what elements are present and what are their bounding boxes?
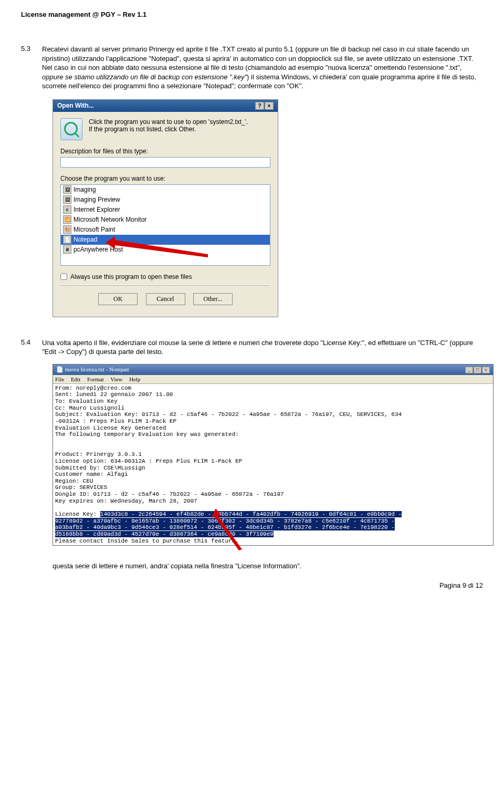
list-item-notepad[interactable]: 📄Notepad (61, 235, 270, 245)
sec53-text-a: Recatevi davanti al server primario Prin… (42, 45, 473, 71)
notepad-menu[interactable]: File Edit Format View Help (53, 375, 493, 384)
menu-file[interactable]: File (55, 376, 64, 382)
app-icon: 🖼 (63, 185, 71, 194)
app-icon: 🖥 (63, 245, 71, 254)
menu-format[interactable]: Format (87, 376, 104, 382)
sec53-text-italic: oppure se stiamo utilizzando un file di … (42, 73, 247, 81)
list-item-pcanywhere[interactable]: 🖥pcAnywhere Host (61, 245, 270, 255)
app-icon: 🖼 (63, 195, 71, 204)
choose-label: Choose the program you want to use: (60, 175, 270, 182)
open-with-dialog: Open With... ?× Click the program you wa… (52, 99, 278, 317)
notepad-app-icon: 📄 (56, 366, 65, 372)
page-number: Pagina 9 di 12 (21, 581, 483, 589)
section-body: Recatevi davanti al server primario Prin… (42, 45, 483, 91)
dialog-title: Open With... (57, 102, 94, 109)
menu-help[interactable]: Help (129, 376, 140, 382)
magnifier-icon (60, 118, 82, 140)
menu-edit[interactable]: Edit (71, 376, 80, 382)
close-icon[interactable]: × (265, 102, 274, 110)
list-item-imaging-preview[interactable]: 🖼Imaging Preview (61, 195, 270, 205)
help-icon[interactable]: ? (255, 102, 264, 110)
dialog-prompt: Click the program you want to use to ope… (89, 118, 248, 133)
dialog-titlebar: Open With... ?× (53, 100, 278, 112)
dialog-prompt-line1: Click the program you want to use to ope… (89, 118, 248, 126)
always-use-label: Always use this program to open these fi… (70, 273, 192, 280)
list-label: Microsoft Network Monitor (74, 216, 146, 223)
maximize-icon[interactable]: □ (474, 367, 481, 373)
section-number: 5.4 (21, 338, 42, 357)
menu-view[interactable]: View (110, 376, 122, 382)
program-listbox[interactable]: 🖼Imaging 🖼Imaging Preview eInternet Expl… (60, 184, 270, 266)
app-icon: 📄 (63, 235, 71, 244)
minimize-icon[interactable]: _ (465, 367, 473, 373)
ok-button[interactable]: OK (98, 293, 138, 305)
description-input[interactable] (60, 157, 270, 168)
list-label: Imaging (74, 186, 96, 193)
app-icon: 📶 (63, 215, 71, 224)
section-number: 5.3 (21, 45, 42, 91)
other-button[interactable]: Other... (193, 293, 233, 305)
page-header: License management @ PGY – Rev 1.1 (21, 11, 483, 18)
section-5-4: 5.4 Una volta aperto il file, evidenziar… (21, 338, 483, 357)
notepad-title: nuova licenza.txt - Notepad (65, 366, 129, 372)
app-icon: 🎨 (63, 225, 71, 234)
footer-text: questa serie di lettere e numeri, andra'… (52, 561, 462, 571)
dialog-prompt-line2: If the program is not listed, click Othe… (89, 126, 248, 133)
list-item-netmon[interactable]: 📶Microsoft Network Monitor (61, 215, 270, 225)
list-label: pcAnywhere Host (74, 246, 123, 253)
button-row: OK Cancel Other... (60, 290, 270, 310)
separator (60, 285, 270, 286)
list-label: Imaging Preview (74, 196, 120, 203)
always-use-checkbox[interactable] (60, 273, 67, 280)
close-icon[interactable]: × (482, 367, 490, 373)
list-label: Microsoft Paint (74, 226, 115, 233)
list-label: Notepad (74, 236, 97, 243)
list-item-paint[interactable]: 🎨Microsoft Paint (61, 225, 270, 235)
list-item-imaging[interactable]: 🖼Imaging (61, 185, 270, 195)
window-controls: _□× (465, 366, 490, 373)
section-body: Una volta aperto il file, evidenziare co… (42, 338, 483, 357)
notepad-window: 📄 nuova licenza.txt - Notepad _□× File E… (52, 364, 494, 546)
description-label: Description for files of this type: (60, 148, 270, 155)
list-item-ie[interactable]: eInternet Explorer (61, 205, 270, 215)
notepad-content[interactable]: From: noreply@creo.com Sent: lunedì 22 g… (53, 384, 493, 545)
app-icon: e (63, 205, 71, 214)
cancel-button[interactable]: Cancel (146, 293, 185, 305)
notepad-titlebar: 📄 nuova licenza.txt - Notepad _□× (53, 365, 493, 375)
titlebar-buttons: ?× (255, 102, 274, 110)
section-5-3: 5.3 Recatevi davanti al server primario … (21, 45, 483, 91)
list-label: Internet Explorer (74, 206, 120, 213)
always-use-row[interactable]: Always use this program to open these fi… (60, 273, 270, 280)
